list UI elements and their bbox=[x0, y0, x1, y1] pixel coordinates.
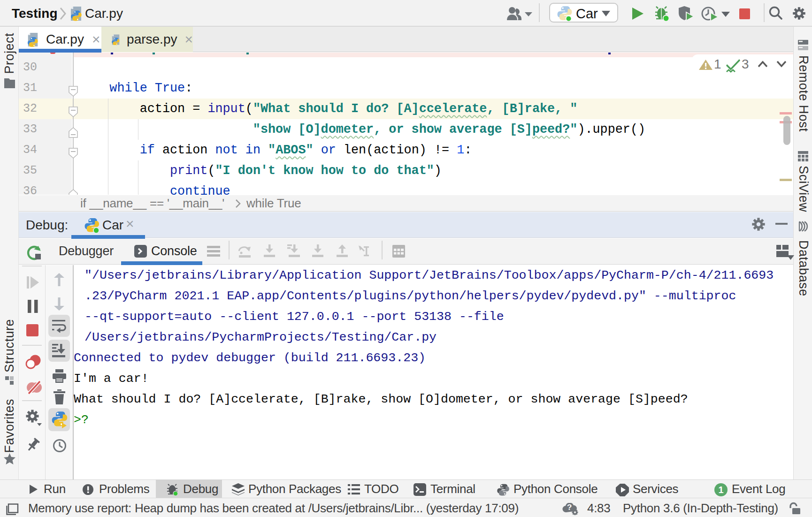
svg-text:?: ? bbox=[567, 503, 572, 512]
svg-text:1: 1 bbox=[718, 485, 723, 495]
